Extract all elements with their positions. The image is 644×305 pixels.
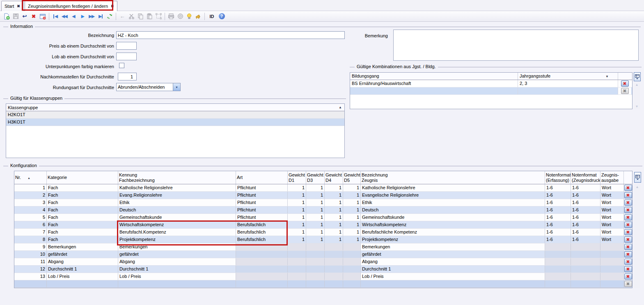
navigate-back-button[interactable]: ← <box>118 12 127 21</box>
cell-d3[interactable] <box>306 251 325 258</box>
cell-nf_erfassung[interactable] <box>545 258 571 265</box>
cell-d5[interactable] <box>343 266 361 273</box>
config-column-header-kategorie[interactable]: Kategorie <box>47 171 118 184</box>
cell-d3[interactable] <box>306 273 325 280</box>
cell-kennung[interactable]: Evang.Religionslehre <box>118 192 236 199</box>
cell-nr[interactable]: 2 <box>14 192 47 199</box>
tab-zeugniseinstellungen[interactable]: Zeugniseinstellungen festlegen / ändern … <box>25 1 117 11</box>
cell-kategorie[interactable]: Fach <box>47 229 118 236</box>
cell-d1[interactable]: 1 <box>288 229 306 236</box>
delete-row-button[interactable]: ✖ <box>624 273 632 280</box>
cell-d5[interactable]: 1 <box>343 192 361 199</box>
config-row[interactable]: 10gefährdetgefährdetgefährdet✖ <box>14 251 632 258</box>
cell-nr[interactable]: 3 <box>14 199 47 206</box>
config-row[interactable]: 3FachEthikPflichtunt1111Ethik1-61-6Wort✖ <box>14 199 632 206</box>
delete-row-button[interactable]: ✖ <box>624 251 632 257</box>
konfiguration-column-chooser-button[interactable] <box>634 172 641 183</box>
cell-art[interactable] <box>236 273 288 280</box>
cell-bezeichnung[interactable]: Bemerkungen <box>361 243 545 250</box>
cell-nf_erfassung[interactable]: 1-6 <box>545 199 571 206</box>
cell-nr[interactable]: 7 <box>14 229 47 236</box>
preis-durchschnitt-input[interactable] <box>116 42 137 50</box>
cell-kategorie[interactable]: Durchschnitt 1 <box>47 266 118 273</box>
cell-d1[interactable] <box>288 251 306 258</box>
cell-art[interactable]: Berufsfachlich <box>236 221 288 228</box>
nachkommastellen-input[interactable] <box>118 73 137 80</box>
kombinationen-scrollbar[interactable]: ▲ ▼ <box>634 82 640 109</box>
delete-row-button[interactable]: ✖ <box>624 259 632 265</box>
cell-kennung[interactable]: Deutsch <box>118 206 236 213</box>
form-remove-button[interactable] <box>38 12 47 21</box>
cell-d4[interactable] <box>325 251 343 258</box>
cell-nf_druck[interactable]: 1-6 <box>571 229 600 236</box>
cell-art[interactable] <box>236 266 288 273</box>
cell-nf_erfassung[interactable]: 1-6 <box>545 221 571 228</box>
kombination-empty-row[interactable]: ✖ <box>350 87 632 95</box>
last-record-button[interactable]: ▶ <box>96 12 105 21</box>
previous-record-button[interactable]: ◀ <box>69 12 78 21</box>
cell-kennung[interactable]: Bemerkungen <box>118 243 236 250</box>
cell-nr[interactable]: 8 <box>14 236 47 243</box>
konfiguration-scrollbar[interactable]: ▲ <box>634 184 640 288</box>
help-button[interactable]: ? <box>217 12 226 21</box>
cell-nf_druck[interactable] <box>571 266 600 273</box>
bemerkung-textarea[interactable] <box>393 30 639 61</box>
fast-rewind-button[interactable]: ◀◀ <box>60 12 69 21</box>
cell-d4[interactable] <box>325 266 343 273</box>
cell-nf_druck[interactable] <box>571 258 600 265</box>
cell-bezeichnung[interactable]: Ethik <box>361 199 545 206</box>
tab-close-icon[interactable]: ✖ <box>111 4 114 8</box>
cell-nf_erfassung[interactable] <box>545 243 571 250</box>
cell-d1[interactable] <box>288 273 306 280</box>
paste-button[interactable] <box>145 12 154 21</box>
delete-row-button[interactable]: ✖ <box>624 229 632 235</box>
cell-art[interactable]: Berufsfachlich <box>236 229 288 236</box>
record-id-button[interactable]: ID <box>206 12 217 21</box>
cell-d4[interactable]: 1 <box>325 199 343 206</box>
bildungsgang-column-header[interactable]: Bildungsgang <box>350 73 518 80</box>
cell-nf_erfassung[interactable]: 1-6 <box>545 229 571 236</box>
cell-art[interactable]: Pflichtunt <box>236 206 288 213</box>
cell-d5[interactable]: 1 <box>343 184 361 191</box>
cut-button[interactable] <box>127 12 136 21</box>
cell-nr[interactable]: 1 <box>14 184 47 191</box>
cell-art[interactable] <box>236 251 288 258</box>
tab-close-icon[interactable]: ✖ <box>17 4 20 8</box>
cell-ausgabe[interactable]: Wort <box>600 199 624 206</box>
cell-ausgabe[interactable] <box>600 251 624 258</box>
cell-d3[interactable]: 1 <box>306 229 325 236</box>
cell-nf_druck[interactable]: 1-6 <box>571 192 600 199</box>
config-row[interactable]: 2FachEvang.ReligionslehrePflichtunt1111E… <box>14 192 632 199</box>
cell-nr[interactable]: 12 <box>14 266 47 273</box>
cell-kategorie[interactable]: Fach <box>47 192 118 199</box>
cell-d1[interactable]: 1 <box>288 184 306 191</box>
cell-d1[interactable]: 1 <box>288 199 306 206</box>
config-row[interactable]: 9BemerkungenBemerkungenBemerkungen✖ <box>14 243 632 251</box>
cell-bezeichnung[interactable]: Abgang <box>361 258 545 265</box>
cell-nf_druck[interactable]: 1-6 <box>571 221 600 228</box>
cell-art[interactable] <box>236 258 288 265</box>
scroll-up-icon[interactable]: ▲ <box>636 185 639 189</box>
save-button[interactable] <box>11 12 20 21</box>
kombinationen-column-chooser-button[interactable] <box>634 72 641 81</box>
cell-d5[interactable]: 1 <box>343 206 361 213</box>
cell-ausgabe[interactable] <box>600 266 624 273</box>
cell-d4[interactable] <box>325 258 343 265</box>
cell-kategorie[interactable]: Fach <box>47 206 118 213</box>
cell-art[interactable]: Berufsfachlich <box>236 236 288 243</box>
cell-bezeichnung[interactable]: Lob / Preis <box>361 273 545 280</box>
cell-kategorie[interactable]: Fach <box>47 214 118 221</box>
cell-nr[interactable]: 6 <box>14 221 47 228</box>
cell-d3[interactable]: 1 <box>306 184 325 191</box>
cell-ausgabe[interactable] <box>600 243 624 250</box>
first-record-button[interactable]: ◀ <box>51 12 60 21</box>
cell-nf_erfassung[interactable]: 1-6 <box>545 192 571 199</box>
cell-kategorie[interactable]: Abgang <box>47 258 118 265</box>
cell-art[interactable]: Pflichtunt <box>236 214 288 221</box>
cell-art[interactable]: Pflichtunt <box>236 199 288 206</box>
jahrgangsstufe-column-header[interactable]: Jahrgangsstufe▼ <box>518 73 618 80</box>
refresh-button[interactable] <box>105 12 114 21</box>
select-region-button[interactable] <box>154 12 163 21</box>
new-record-button[interactable] <box>2 12 11 21</box>
cell-d3[interactable]: 1 <box>306 192 325 199</box>
